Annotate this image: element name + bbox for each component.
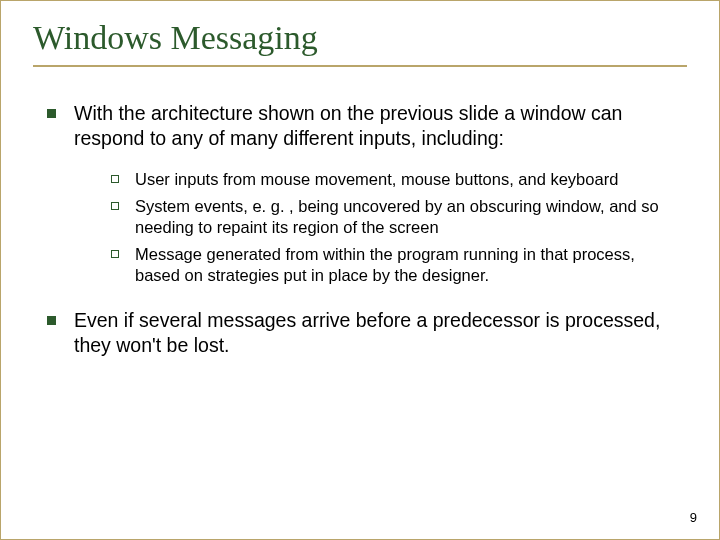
- sub-bullet-text: Message generated from within the progra…: [135, 244, 679, 286]
- sub-bullet-list: User inputs from mouse movement, mouse b…: [111, 169, 679, 287]
- slide-frame: Windows Messaging With the architecture …: [0, 0, 720, 540]
- square-bullet-icon: [47, 109, 56, 118]
- sub-bullet-item: System events, e. g. , being uncovered b…: [111, 196, 679, 238]
- square-bullet-icon: [47, 316, 56, 325]
- page-number: 9: [690, 510, 697, 525]
- title-underline: [33, 65, 687, 67]
- bullet-text: Even if several messages arrive before a…: [74, 308, 679, 358]
- sub-bullet-text: User inputs from mouse movement, mouse b…: [135, 169, 618, 190]
- open-square-bullet-icon: [111, 202, 119, 210]
- sub-bullet-text: System events, e. g. , being uncovered b…: [135, 196, 679, 238]
- open-square-bullet-icon: [111, 175, 119, 183]
- open-square-bullet-icon: [111, 250, 119, 258]
- slide-title: Windows Messaging: [33, 19, 687, 63]
- bullet-item: Even if several messages arrive before a…: [47, 308, 679, 358]
- sub-bullet-item: User inputs from mouse movement, mouse b…: [111, 169, 679, 190]
- bullet-item: With the architecture shown on the previ…: [47, 101, 679, 151]
- sub-bullet-item: Message generated from within the progra…: [111, 244, 679, 286]
- bullet-text: With the architecture shown on the previ…: [74, 101, 679, 151]
- slide-content: With the architecture shown on the previ…: [33, 101, 687, 358]
